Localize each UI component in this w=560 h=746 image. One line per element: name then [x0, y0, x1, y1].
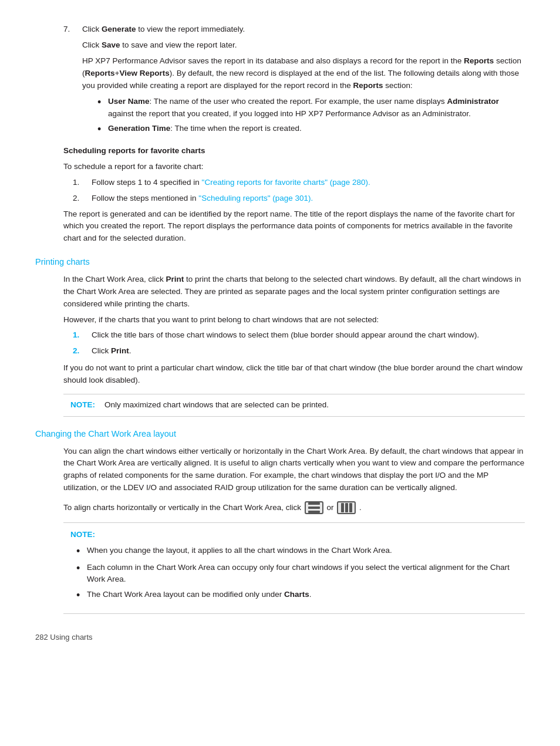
bullet-dot-1: •	[97, 96, 108, 120]
changing-para2-or: or	[326, 503, 336, 512]
bullet-username-content: User Name: The name of the user who crea…	[108, 96, 525, 120]
bullet-gentime: • Generation Time: The time when the rep…	[92, 123, 525, 136]
step7-item: 7. Click Generate to view the report imm…	[63, 23, 525, 36]
scheduling-block: Scheduling reports for favorite charts T…	[35, 145, 525, 245]
generate-label: Generate	[102, 25, 136, 33]
page-content: 7. Click Generate to view the report imm…	[35, 23, 525, 643]
note-bullet-dot-3: •	[76, 589, 87, 602]
footer-text: 282 Using charts	[35, 633, 93, 642]
horizontal-layout-icon	[305, 501, 323, 514]
horiz-bars	[308, 502, 320, 513]
print-step2-bold: Print	[111, 346, 129, 355]
print-bold: Print	[166, 275, 184, 283]
horiz-bar-1	[308, 502, 320, 505]
note-bullet-2-content: Each column in the Chart Work Area can o…	[87, 562, 518, 586]
scheduling-para: The report is generated and can be ident…	[63, 208, 525, 245]
sched-step2-text: Follow the steps mentioned in	[92, 194, 198, 202]
note-bullet-2: • Each column in the Chart Work Area can…	[70, 562, 518, 586]
print-step2: 2. Click Print.	[73, 345, 525, 357]
step7-reports2: Reports	[85, 69, 115, 77]
printing-content: In the Chart Work Area, click Print to p…	[35, 274, 525, 417]
printing-note: NOTE: Only maximized chart windows that …	[63, 394, 525, 417]
step7-para1a: HP XP7 Performance Advisor saves the rep…	[82, 56, 464, 65]
printing-para1-pre: In the Chart Work Area, click	[63, 275, 166, 283]
gentime-term: Generation Time	[108, 124, 170, 133]
printing-note-label: NOTE:	[70, 399, 99, 411]
admin-bold: Administrator	[447, 97, 500, 106]
sched-step1-content: Follow steps 1 to 4 specified in "Creati…	[92, 177, 525, 189]
print-step1-num: 1.	[73, 329, 92, 342]
sched-step2-content: Follow the steps mentioned in "Schedulin…	[92, 193, 525, 205]
username-text2: against the report that you created, if …	[108, 109, 471, 118]
note-bullet-1: • When you change the layout, it applies…	[70, 545, 518, 558]
step7-save-pre: Click	[82, 40, 102, 49]
sched-step2: 2. Follow the steps mentioned in "Schedu…	[73, 193, 525, 205]
changing-note-block: NOTE: • When you change the layout, it a…	[63, 522, 525, 614]
changing-para1: You can align the chart windows either v…	[63, 445, 525, 495]
sched-step2-num: 2.	[73, 193, 92, 205]
printing-steps: 1. Click the title bars of those chart w…	[63, 329, 525, 357]
horiz-bar-3	[308, 511, 320, 513]
step7-block: 7. Click Generate to view the report imm…	[35, 23, 525, 137]
save-label: Save	[102, 40, 120, 49]
bullet-dot-2: •	[97, 123, 108, 136]
step7-num: 7.	[63, 23, 82, 36]
note-bullet-dot-2: •	[76, 562, 87, 586]
step7-para1d: section:	[383, 81, 413, 90]
bullet-username: • User Name: The name of the user who cr…	[92, 96, 525, 120]
step7-reports1: Reports	[464, 56, 494, 65]
printing-para2: However, if the charts that you want to …	[63, 314, 525, 326]
step7-generate-text: to view the report immediately.	[136, 25, 245, 33]
changing-note-label: NOTE:	[70, 529, 518, 541]
printing-heading: Printing charts	[35, 255, 525, 268]
charts-bold: Charts	[284, 590, 309, 599]
username-term: User Name	[108, 97, 150, 106]
sched-step1-text: Follow steps 1 to 4 specified in	[92, 178, 202, 187]
note-bullet-dot-1: •	[76, 545, 87, 558]
changing-align-para: To align charts horizontally or vertical…	[63, 501, 525, 514]
print-step1-content: Click the title bars of those chart wind…	[92, 329, 525, 342]
changing-para2-pre: To align charts horizontally or vertical…	[63, 503, 303, 512]
print-step2-num: 2.	[73, 345, 92, 357]
step7-viewreports: View Reports	[119, 69, 169, 77]
vert-bar-3	[349, 503, 352, 512]
step7-reports3: Reports	[353, 81, 383, 90]
changing-para2-end: .	[359, 503, 362, 512]
vert-bars	[341, 503, 352, 512]
changing-content: You can align the chart windows either v…	[35, 445, 525, 614]
scheduling-steps: 1. Follow steps 1 to 4 specified in "Cre…	[63, 177, 525, 205]
printing-para1: In the Chart Work Area, click Print to p…	[63, 274, 525, 310]
printing-note-content: Only maximized chart windows that are se…	[104, 399, 518, 411]
vert-bar-2	[345, 503, 348, 512]
vert-bar-1	[341, 503, 344, 512]
changing-section: Changing the Chart Work Area layout You …	[35, 427, 525, 614]
sched-step1: 1. Follow steps 1 to 4 specified in "Cre…	[73, 177, 525, 189]
step7-content: Click Generate to view the report immedi…	[82, 23, 525, 36]
username-text: : The name of the user who created the r…	[150, 97, 447, 106]
note-bullet-3-content: The Chart Work Area layout can be modifi…	[87, 589, 518, 602]
scheduling-reports-link[interactable]: "Scheduling reports" (page 301).	[198, 194, 313, 202]
note-bullet-3: • The Chart Work Area layout can be modi…	[70, 589, 518, 602]
print-step1: 1. Click the title bars of those chart w…	[73, 329, 525, 342]
note-bullet-1-content: When you change the layout, it applies t…	[87, 545, 518, 558]
changing-heading: Changing the Chart Work Area layout	[35, 427, 525, 440]
horiz-bar-2	[308, 507, 320, 509]
printing-para3: If you do not want to print a particular…	[63, 362, 525, 387]
scheduling-subheading: Scheduling reports for favorite charts	[63, 145, 525, 157]
step7-save-text: to save and view the report later.	[120, 40, 237, 49]
bullet-gentime-content: Generation Time: The time when the repor…	[108, 123, 525, 136]
vertical-layout-icon	[337, 501, 356, 514]
step7-bullets: • User Name: The name of the user who cr…	[63, 96, 525, 137]
step7-save-line: Click Save to save and view the report l…	[63, 39, 525, 52]
step7-db-para: HP XP7 Performance Advisor saves the rep…	[63, 55, 525, 92]
scheduling-intro: To schedule a report for a favorite char…	[63, 161, 525, 173]
changing-note-bullets: • When you change the layout, it applies…	[70, 545, 518, 603]
sched-step1-num: 1.	[73, 177, 92, 189]
printing-section: Printing charts In the Chart Work Area, …	[35, 255, 525, 417]
page-footer: 282 Using charts	[35, 632, 525, 643]
creating-reports-link[interactable]: "Creating reports for favorite charts" (…	[202, 178, 370, 187]
print-step2-content: Click Print.	[92, 345, 525, 357]
gentime-text: : The time when the report is created.	[170, 124, 301, 133]
